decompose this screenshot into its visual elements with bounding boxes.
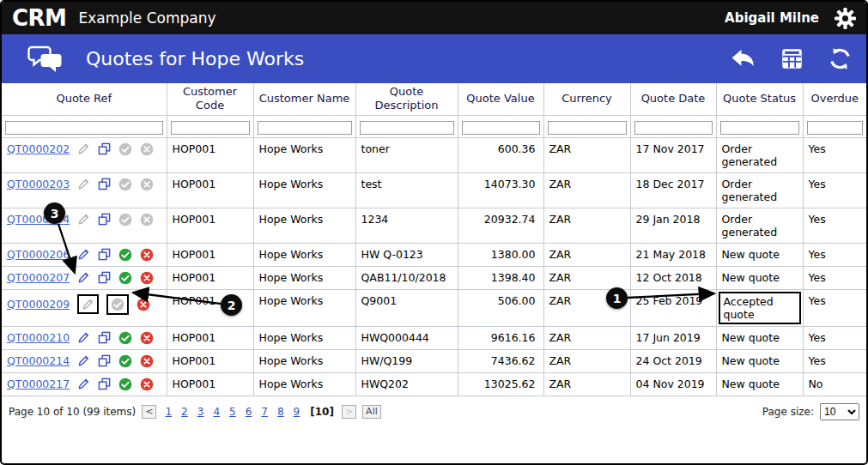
accept-icon[interactable] — [118, 142, 132, 156]
copy-icon[interactable] — [98, 377, 111, 390]
column-header[interactable]: Quote Ref — [2, 83, 167, 115]
column-header[interactable]: Quote Date — [630, 83, 716, 115]
edit-icon[interactable] — [77, 294, 99, 314]
page-link[interactable]: 1 — [165, 406, 172, 418]
edit-icon[interactable] — [77, 271, 90, 284]
cell-code: HOP001 — [167, 349, 253, 372]
quote-ref-link[interactable]: QT0000206 — [7, 248, 70, 261]
page-link[interactable]: 5 — [229, 406, 236, 418]
filter-input[interactable] — [360, 121, 454, 135]
page-link[interactable]: 9 — [294, 406, 300, 418]
quote-ref-link[interactable]: QT0000214 — [7, 354, 70, 367]
quote-row: QT0000204HOP001Hope Works123420932.74ZAR… — [2, 208, 866, 243]
edit-icon[interactable] — [77, 354, 90, 367]
quote-ref-link[interactable]: QT0000209 — [7, 298, 70, 311]
copy-icon[interactable] — [98, 271, 111, 284]
reject-icon[interactable] — [140, 248, 154, 262]
accept-icon[interactable] — [118, 213, 132, 226]
cell-overdue: No — [803, 372, 866, 396]
accept-icon[interactable] — [118, 178, 132, 191]
edit-icon[interactable] — [77, 213, 90, 226]
accept-icon[interactable] — [106, 294, 129, 315]
cell-currency: ZAR — [543, 266, 630, 289]
page-links: 123456789 — [165, 406, 300, 418]
cell-code: HOP001 — [167, 137, 253, 172]
column-header[interactable]: Overdue — [803, 83, 866, 115]
edit-icon[interactable] — [77, 377, 90, 390]
edit-icon[interactable] — [77, 178, 90, 190]
page-link[interactable]: 4 — [213, 406, 220, 418]
page-link[interactable]: 3 — [197, 406, 204, 418]
cell-name: Hope Works — [253, 326, 355, 349]
next-page-button[interactable]: > — [342, 405, 356, 419]
cell-status: New quote — [716, 326, 803, 349]
prev-page-button[interactable]: < — [142, 405, 156, 419]
column-header[interactable]: Currency — [543, 83, 630, 115]
filter-input[interactable] — [5, 121, 163, 135]
accept-icon[interactable] — [118, 354, 132, 368]
edit-icon[interactable] — [77, 142, 90, 155]
cell-value: 506.00 — [458, 289, 543, 326]
filter-input[interactable] — [807, 121, 864, 135]
reject-icon[interactable] — [140, 331, 154, 345]
reject-icon[interactable] — [140, 142, 154, 156]
page-link[interactable]: 6 — [246, 406, 252, 418]
reject-icon[interactable] — [140, 377, 154, 391]
filter-input[interactable] — [258, 121, 352, 135]
edit-icon[interactable] — [77, 331, 90, 344]
refresh-button[interactable] — [828, 46, 853, 71]
cell-status: Order generated — [716, 208, 803, 243]
quotes-table: Quote RefCustomer CodeCustomer NameQuote… — [2, 83, 866, 396]
copy-icon[interactable] — [98, 213, 111, 226]
reject-icon[interactable] — [140, 213, 154, 226]
quote-row: QT0000210HOP001Hope WorksHWQ0004449616.1… — [2, 326, 866, 349]
quote-ref-link[interactable]: QT0000210 — [7, 331, 70, 344]
filter-input[interactable] — [462, 121, 540, 135]
back-button[interactable] — [729, 47, 756, 70]
quote-ref-link[interactable]: QT0000217 — [7, 377, 70, 390]
edit-icon[interactable] — [77, 248, 90, 261]
quote-ref-link[interactable]: QT0000203 — [7, 178, 70, 190]
column-header[interactable]: Customer Name — [253, 83, 355, 115]
accept-icon[interactable] — [118, 248, 132, 262]
cell-currency: ZAR — [543, 208, 630, 243]
cell-value: 20932.74 — [458, 208, 543, 243]
cell-desc: HW Q-0123 — [355, 243, 458, 266]
company-name: Example Company — [78, 9, 215, 27]
page-link[interactable]: 7 — [261, 406, 268, 418]
copy-icon[interactable] — [98, 331, 111, 344]
settings-gear-icon[interactable] — [835, 8, 856, 29]
reject-icon[interactable] — [140, 178, 154, 191]
all-pages-button[interactable]: All — [362, 405, 381, 419]
filter-input[interactable] — [171, 121, 250, 135]
filter-input[interactable] — [634, 121, 713, 135]
column-header[interactable]: Customer Code — [167, 83, 253, 115]
cell-date: 04 Nov 2019 — [630, 372, 716, 396]
accept-icon[interactable] — [118, 331, 132, 345]
accept-icon[interactable] — [118, 377, 132, 391]
copy-icon[interactable] — [98, 354, 111, 367]
quote-ref-link[interactable]: QT0000202 — [7, 142, 70, 155]
column-header[interactable]: Quote Status — [716, 83, 803, 115]
page-link[interactable]: 2 — [181, 406, 188, 418]
cell-code: HOP001 — [167, 372, 253, 396]
reject-icon[interactable] — [137, 298, 150, 311]
filter-input[interactable] — [548, 121, 627, 135]
refresh-icon — [828, 46, 853, 71]
copy-icon[interactable] — [98, 178, 111, 190]
copy-icon[interactable] — [98, 142, 111, 155]
accept-icon[interactable] — [118, 271, 132, 285]
filter-input[interactable] — [720, 121, 799, 135]
highlighted-status: Accepted quote — [719, 292, 801, 324]
reject-icon[interactable] — [140, 354, 154, 368]
calculator-button[interactable] — [780, 47, 804, 70]
column-header[interactable]: Quote Description — [355, 83, 458, 115]
cell-desc: Q9001 — [355, 289, 458, 326]
column-header[interactable]: Quote Value — [458, 83, 543, 115]
copy-icon[interactable] — [98, 248, 111, 261]
page-size-select[interactable]: 10 — [820, 403, 859, 420]
page-link[interactable]: 8 — [277, 406, 284, 418]
reject-icon[interactable] — [140, 271, 154, 285]
quote-ref-link[interactable]: QT0000207 — [7, 271, 70, 284]
page-size-label: Page size: — [762, 406, 814, 418]
